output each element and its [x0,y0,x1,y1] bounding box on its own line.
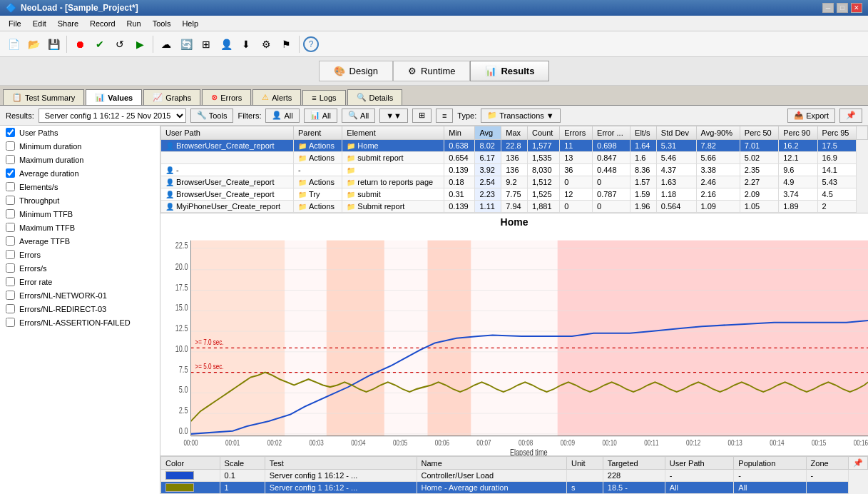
col-avg90[interactable]: Avg-90% [696,126,740,140]
check-user-paths[interactable]: User Paths [0,126,160,139]
col-count[interactable]: Count [527,126,559,140]
check-errors[interactable]: Errors [0,248,160,261]
check-max-duration[interactable]: Maximum duration [0,153,160,166]
checkbox-errors-assertion[interactable] [6,318,15,327]
menu-record[interactable]: Record [84,18,121,29]
close-button[interactable]: ✕ [851,3,862,13]
cloud-button[interactable]: ☁ [157,35,175,54]
table-row[interactable]: 👤BrowserUser_Create_report📁Try📁submit0.3… [161,188,868,201]
col-error-rate[interactable]: Error ... [593,126,630,140]
tab-details[interactable]: 🔍 Details [347,89,403,105]
pin-button[interactable]: 📌 [839,109,862,123]
check-min-duration[interactable]: Minimum duration [0,139,160,153]
check-min-ttfb[interactable]: Minimum TTFB [0,207,160,221]
settings-button[interactable]: ⚙ [257,35,275,54]
all-filter-2[interactable]: 📊 All [304,109,337,123]
col-element[interactable]: Element [342,126,444,140]
check-throughput[interactable]: Throughput [0,193,160,207]
checkbox-errors-s[interactable] [6,263,15,273]
col-errors[interactable]: Errors [560,126,593,140]
new-button[interactable]: 📄 [4,35,23,54]
tools-button[interactable]: 🔧 Tools [190,109,234,123]
checkbox-throughput[interactable] [6,196,15,205]
check-avg-duration[interactable]: Average duration [0,166,160,180]
all-filter-3[interactable]: 🔍 All [342,109,375,123]
table-row[interactable]: 👤BrowserUser_Create_report📁Actions📁retur… [161,176,868,188]
check-avg-ttfb[interactable]: Average TTFB [0,234,160,248]
design-mode-button[interactable]: 🎨 Design [319,61,393,81]
menu-run[interactable]: Run [121,18,147,29]
table-row[interactable]: 👤BrowserUser_Create_report📁Actions📁Home0… [161,140,868,152]
checkbox-max-duration[interactable] [6,155,15,164]
check-button[interactable]: ✔ [91,35,109,54]
checkbox-errors-network[interactable] [6,291,15,300]
tab-graphs[interactable]: 📈 Graphs [143,89,200,105]
checkbox-avg-ttfb[interactable] [6,236,15,246]
col-std-dev[interactable]: Std Dev [656,126,696,140]
check-max-ttfb[interactable]: Maximum TTFB [0,221,160,234]
tab-errors[interactable]: ⊗ Errors [202,89,251,105]
col-max[interactable]: Max [501,126,528,140]
all-filter-1[interactable]: 👤 All [265,109,299,123]
checkbox-errors[interactable] [6,250,15,259]
tab-logs[interactable]: ≡ Logs [302,90,345,105]
menu-help[interactable]: Help [176,18,204,29]
col-min[interactable]: Min [444,126,475,140]
type-select-button[interactable]: 📁 Transactions ▼ [481,109,560,123]
col-perc95[interactable]: Perc 95 [817,126,856,140]
col-parent[interactable]: Parent [293,126,342,140]
tab-values[interactable]: 📊 Values [86,89,142,105]
table-row[interactable]: 👤--📁0.1393.921368,030360.4488.364.373.38… [161,164,868,176]
check-elements-s[interactable]: Elements/s [0,180,160,193]
check-errors-assertion[interactable]: Errors/NL-ASSERTION-FAILED [0,316,160,329]
grid-view-button[interactable]: ⊞ [412,109,432,123]
help-button[interactable]: ? [303,36,319,52]
menu-share[interactable]: Share [52,18,84,29]
menu-file[interactable]: File [3,18,27,29]
col-avg[interactable]: Avg [475,126,501,140]
play-button[interactable]: ▶ [131,35,149,54]
col-user-path[interactable]: User Path [161,126,294,140]
table-row[interactable]: 👤MyiPhoneUser_Create_report📁Actions📁Subm… [161,201,868,213]
record-button[interactable]: ⏺ [71,35,89,54]
user-button[interactable]: 👤 [217,35,235,54]
checkbox-elements-s[interactable] [6,182,15,191]
legend-row[interactable]: 1Server config 1 16:12 - ...Home - Avera… [161,482,868,494]
runtime-mode-button[interactable]: ⚙ Runtime [393,61,470,81]
check-errors-network[interactable]: Errors/NL-NETWORK-01 [0,288,160,302]
col-perc90[interactable]: Perc 90 [779,126,817,140]
tab-test-summary[interactable]: 📋 Test Summary [3,89,84,105]
tab-alerts[interactable]: ⚠ Alerts [252,89,301,105]
check-errors-s[interactable]: Errors/s [0,261,160,275]
check-errors-redirect[interactable]: Errors/NL-REDIRECT-03 [0,302,160,316]
svg-text:12.5: 12.5 [175,323,188,333]
results-select[interactable]: Server config 1 16:12 - 25 Nov 2015 [39,109,186,123]
menu-tools[interactable]: Tools [147,18,177,29]
grid-button[interactable]: ⊞ [197,35,215,54]
export-button[interactable]: 📤 Export [787,109,835,123]
col-elts[interactable]: Elt/s [630,126,657,140]
checkbox-errors-redirect[interactable] [6,304,15,313]
results-mode-button[interactable]: 📊 Results [470,61,549,81]
sync-button[interactable]: 🔄 [177,35,195,54]
open-button[interactable]: 📂 [24,35,43,54]
checkbox-min-ttfb[interactable] [6,209,15,218]
checkbox-avg-duration[interactable] [6,168,15,178]
legend-row[interactable]: 0.1Server config 1 16:12 - ...Controller… [161,470,868,482]
menu-edit[interactable]: Edit [27,18,52,29]
checkbox-max-ttfb[interactable] [6,223,15,232]
check-error-rate[interactable]: Error rate [0,275,160,288]
flag-button[interactable]: ⚑ [277,35,295,54]
save-button[interactable]: 💾 [44,35,63,54]
col-perc50[interactable]: Perc 50 [740,126,778,140]
table-row[interactable]: 📁Actions📁submit report0.6546.171361,5351… [161,152,868,164]
maximize-button[interactable]: □ [837,3,848,13]
extra-filter-button[interactable]: ▼▼ [379,109,408,123]
checkbox-error-rate[interactable] [6,277,15,286]
list-view-button[interactable]: ≡ [436,109,453,123]
checkbox-min-duration[interactable] [6,141,15,151]
refresh-button[interactable]: ↺ [111,35,129,54]
minimize-button[interactable]: ─ [822,3,834,13]
checkbox-user-paths[interactable] [6,128,15,137]
download-button[interactable]: ⬇ [237,35,255,54]
